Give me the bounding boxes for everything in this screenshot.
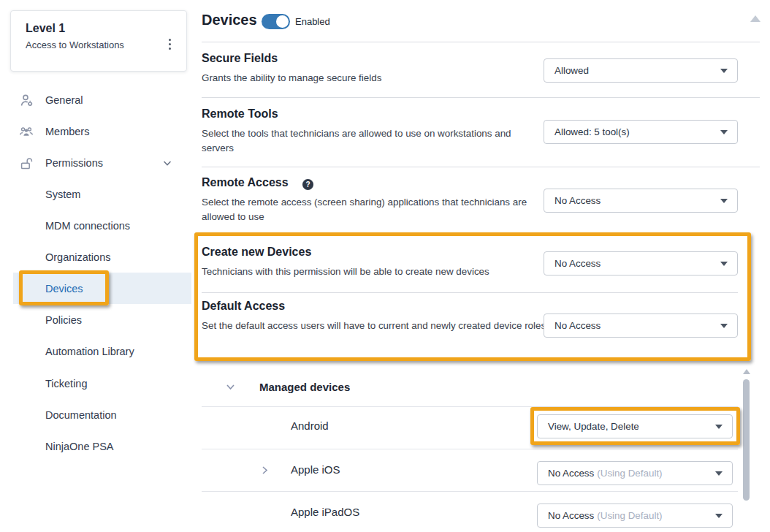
- role-card: Level 1 Access to Workstations: [10, 10, 187, 72]
- scroll-up-arrow-icon[interactable]: [743, 369, 750, 374]
- chevron-right-icon[interactable]: [259, 465, 270, 476]
- user-gear-icon: [19, 93, 34, 107]
- sidebar-item-label: MDM connections: [45, 220, 130, 232]
- divider: [202, 97, 760, 98]
- sidebar-item-label: Devices: [45, 283, 83, 294]
- caret-down-icon: [720, 199, 728, 203]
- scroll-up-arrow-icon[interactable]: [750, 15, 761, 22]
- sidebar-item-label: Policies: [45, 314, 82, 326]
- kebab-menu-icon[interactable]: [164, 36, 175, 52]
- sidebar-item-policies[interactable]: Policies: [0, 304, 191, 335]
- sidebar-item-label: Ticketing: [45, 378, 87, 390]
- divider: [202, 491, 738, 492]
- section-desc: Technicians with this permission will be…: [202, 265, 489, 279]
- scrollbar-thumb[interactable]: [743, 379, 750, 501]
- divider: [202, 292, 738, 293]
- section-title-secure-fields: Secure Fields: [202, 52, 278, 65]
- sidebar-item-label: Permissions: [45, 157, 103, 169]
- section-title-remote-tools: Remote Tools: [202, 107, 278, 121]
- dropdown-value: Allowed: 5 tool(s): [554, 126, 630, 137]
- sidebar-item-permissions[interactable]: Permissions: [0, 147, 191, 178]
- sidebar-item-devices[interactable]: Devices: [13, 273, 191, 304]
- sidebar-item-members[interactable]: Members: [0, 115, 191, 147]
- default-access-dropdown[interactable]: No Access: [544, 314, 738, 338]
- dropdown-value: No Access: [548, 468, 594, 479]
- sidebar-item-automation-library[interactable]: Automation Library: [0, 335, 191, 367]
- sidebar-item-label: General: [45, 94, 83, 106]
- section-desc: Set the default access users will have t…: [202, 319, 546, 333]
- sidebar-item-label: System: [45, 189, 80, 200]
- row-label-apple-ipados: Apple iPadOS: [291, 506, 359, 518]
- caret-down-icon: [720, 130, 728, 134]
- sidebar-item-mdm-connections[interactable]: MDM connections: [0, 210, 191, 241]
- caret-down-icon: [720, 324, 728, 328]
- dropdown-value: No Access: [548, 510, 594, 521]
- apple-ios-access-dropdown[interactable]: No Access(Using Default): [537, 461, 733, 485]
- role-subtitle: Access to Workstations: [26, 39, 186, 50]
- apple-ipados-access-dropdown[interactable]: No Access(Using Default): [537, 503, 733, 528]
- sidebar-item-label: NinjaOne PSA: [45, 441, 114, 452]
- permissions-page: Level 1 Access to Workstations General M…: [0, 0, 770, 532]
- caret-down-icon: [715, 514, 723, 518]
- divider: [202, 167, 760, 167]
- sidebar-item-label: Automation Library: [45, 346, 134, 357]
- row-label-android: Android: [291, 419, 329, 432]
- dropdown-value-suffix: (Using Default): [597, 468, 662, 479]
- chevron-down-icon[interactable]: [225, 381, 236, 392]
- section-title-default-access: Default Access: [202, 300, 285, 313]
- sidebar-item-general[interactable]: General: [0, 84, 191, 115]
- dropdown-value: View, Update, Delete: [548, 421, 639, 432]
- sidebar-item-label: Organizations: [45, 251, 110, 263]
- sidebar-item-ninjaone-psa[interactable]: NinjaOne PSA: [0, 430, 191, 462]
- remote-tools-dropdown[interactable]: Allowed: 5 tool(s): [544, 120, 738, 144]
- devices-enabled-toggle[interactable]: [262, 14, 290, 29]
- sidebar-item-ticketing[interactable]: Ticketing: [0, 368, 191, 399]
- secure-fields-dropdown[interactable]: Allowed: [544, 58, 738, 83]
- sidebar-item-label: Members: [45, 126, 89, 137]
- sidebar-item-label: Documentation: [45, 409, 117, 421]
- page-title: Devices: [202, 12, 257, 28]
- divider: [202, 406, 738, 407]
- sidebar-item-organizations[interactable]: Organizations: [0, 241, 191, 273]
- chevron-down-icon[interactable]: [162, 158, 172, 168]
- section-desc: Grants the ability to manage secure fiel…: [202, 71, 381, 86]
- caret-down-icon: [715, 425, 723, 429]
- divider: [202, 449, 738, 449]
- section-title-create-new-devices: Create new Devices: [202, 246, 311, 259]
- dropdown-value: Allowed: [554, 65, 589, 76]
- row-label-apple-ios: Apple iOS: [291, 463, 340, 476]
- sidebar-item-system[interactable]: System: [0, 178, 191, 210]
- dropdown-value: No Access: [554, 258, 601, 269]
- sidebar-item-documentation[interactable]: Documentation: [0, 399, 191, 430]
- section-title-remote-access: Remote Access: [202, 176, 289, 189]
- android-access-dropdown[interactable]: View, Update, Delete: [537, 414, 733, 438]
- role-title: Level 1: [26, 22, 186, 35]
- section-desc: Select the tools that technicians are al…: [202, 126, 536, 156]
- dropdown-value-suffix: (Using Default): [597, 510, 662, 521]
- caret-down-icon: [715, 471, 723, 476]
- dropdown-value: No Access: [554, 320, 601, 331]
- remote-access-dropdown[interactable]: No Access: [544, 189, 738, 213]
- caret-down-icon: [720, 69, 728, 73]
- create-new-devices-dropdown[interactable]: No Access: [544, 251, 738, 276]
- section-desc: Select the remote access (screen sharing…: [202, 195, 551, 224]
- help-icon[interactable]: ?: [302, 179, 313, 190]
- dropdown-value: No Access: [554, 195, 601, 206]
- divider: [202, 42, 760, 42]
- managed-devices-header[interactable]: Managed devices: [259, 381, 350, 393]
- toggle-state-label: Enabled: [295, 16, 330, 27]
- lock-open-icon: [19, 156, 34, 170]
- caret-down-icon: [720, 262, 728, 266]
- users-icon: [19, 124, 34, 139]
